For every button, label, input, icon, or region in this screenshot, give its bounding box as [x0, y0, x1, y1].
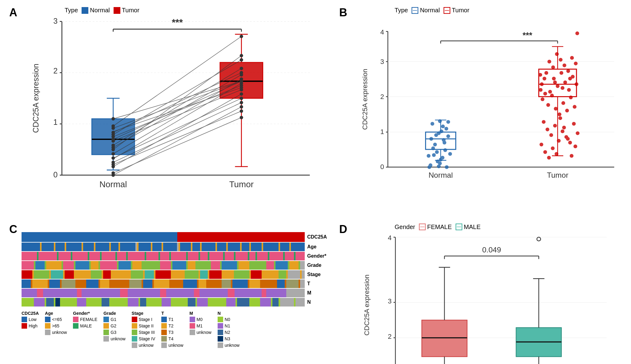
svg-point-78: [240, 86, 243, 89]
tumor-outline-icon: [444, 7, 450, 14]
m-m1-swatch: [190, 323, 195, 329]
legend-t: T T1 T2 T3 T: [161, 311, 183, 348]
svg-point-187: [558, 116, 562, 120]
n-n1-swatch: [218, 323, 223, 329]
svg-rect-274: [103, 270, 111, 279]
legend-grade: Grade G1 G2 G3: [103, 311, 125, 348]
panel-a-x-normal: Normal: [99, 180, 127, 189]
svg-text:CDC25A expression: CDC25A expression: [361, 69, 369, 130]
gender-female-swatch: [73, 317, 78, 322]
panel-d-chart: 1 2 3 4 CDC25A expression: [358, 229, 622, 364]
svg-point-49: [111, 156, 115, 160]
svg-rect-233: [171, 252, 186, 260]
svg-rect-206: [120, 243, 137, 251]
svg-rect-229: [117, 252, 126, 260]
stage-i-swatch: [132, 317, 137, 322]
svg-point-158: [561, 101, 565, 105]
legend-m-title: M: [190, 311, 211, 316]
svg-rect-272: [75, 270, 89, 279]
grade-heatmap-svg: [22, 261, 305, 270]
gender-male-label: MALE: [80, 323, 92, 328]
svg-rect-308: [249, 279, 260, 288]
panel-b-x-normal: Normal: [428, 171, 453, 179]
svg-rect-277: [145, 270, 154, 279]
svg-point-186: [555, 152, 558, 156]
stage-iv-label: Stage IV: [139, 336, 155, 341]
svg-point-177: [561, 129, 564, 133]
n-n1-label: N1: [225, 323, 230, 328]
svg-rect-332: [128, 298, 139, 307]
panel-b-normal-label: Normal: [420, 7, 440, 14]
svg-text:CDC25A expression: CDC25A expression: [363, 275, 371, 336]
svg-rect-301: [154, 279, 169, 288]
panel-d-male-legend: MALE: [456, 224, 480, 231]
svg-text:4: 4: [380, 28, 384, 36]
legend-grade-g3: G3: [103, 330, 125, 335]
svg-rect-342: [251, 298, 259, 307]
panel-a-label: A: [9, 6, 17, 19]
panel-c: C CDC25A: [3, 220, 333, 364]
svg-line-27: [113, 56, 242, 149]
panel-a-normal-label: Normal: [90, 7, 110, 14]
svg-rect-344: [272, 298, 279, 307]
svg-rect-201: [55, 243, 65, 251]
svg-rect-251: [100, 261, 117, 270]
svg-rect-273: [91, 270, 102, 279]
svg-point-195: [561, 86, 564, 90]
svg-rect-282: [209, 270, 222, 279]
legend-stage-iii: Stage III: [132, 330, 155, 335]
panel-c-heatmap: CDC25A: [22, 232, 327, 307]
panel-c-label: C: [9, 223, 17, 236]
age-le65-swatch: [45, 317, 50, 322]
svg-point-171: [574, 61, 577, 65]
svg-point-108: [429, 137, 433, 141]
svg-rect-211: [192, 243, 200, 251]
svg-rect-245: [22, 261, 34, 270]
svg-text:3: 3: [388, 297, 392, 305]
t-unknow-label: unknow: [168, 343, 183, 348]
legend-n: N N0 N1 N2 N: [218, 311, 239, 348]
svg-rect-250: [91, 261, 98, 270]
panel-d-legend: Gender FEMALE MALE: [395, 224, 480, 231]
svg-point-57: [111, 124, 115, 128]
panel-d-female-legend: FEMALE: [419, 224, 452, 231]
n-n2-label: N2: [225, 330, 230, 335]
cdc25a-low-label: Low: [29, 317, 37, 322]
normal-color-swatch: [82, 7, 88, 14]
grade-g2-label: G2: [111, 323, 116, 328]
stage-unknow-label: unknow: [139, 343, 154, 348]
svg-rect-279: [172, 270, 183, 279]
t-t1-swatch: [161, 317, 167, 322]
age-gt65-label: >65: [52, 323, 59, 328]
legend-n-title: N: [218, 311, 239, 316]
svg-point-122: [448, 152, 452, 156]
panel-a-legend-title: Type: [65, 7, 78, 14]
svg-point-194: [553, 81, 557, 84]
svg-rect-265: [289, 261, 299, 270]
legend-age-title: Age: [45, 311, 67, 316]
svg-text:0: 0: [53, 170, 58, 179]
panel-b-sig-marker: ***: [523, 31, 533, 40]
svg-point-170: [570, 56, 574, 60]
svg-rect-264: [275, 261, 288, 270]
legend-stage-iv: Stage IV: [132, 336, 155, 342]
svg-point-192: [538, 73, 542, 77]
svg-text:1: 1: [53, 118, 58, 126]
svg-rect-215: [242, 243, 249, 251]
heatmap-row-m: M: [22, 289, 327, 297]
panel-b-chart: 0 1 2 3 4 CDC25A expression: [358, 12, 622, 201]
svg-rect-235: [200, 252, 208, 260]
svg-line-34: [113, 79, 242, 154]
t-row-label: T: [307, 281, 310, 287]
legend-age-gt65: >65: [45, 323, 67, 329]
svg-rect-330: [102, 298, 109, 307]
n-n2-swatch: [218, 330, 223, 335]
svg-rect-284: [234, 270, 249, 279]
heatmap-row-age: Age: [22, 243, 327, 251]
svg-line-25: [113, 69, 242, 145]
svg-point-71: [240, 73, 243, 77]
svg-point-144: [545, 71, 548, 75]
svg-rect-315: [37, 289, 43, 297]
svg-point-70: [240, 77, 243, 81]
svg-rect-339: [209, 298, 225, 307]
